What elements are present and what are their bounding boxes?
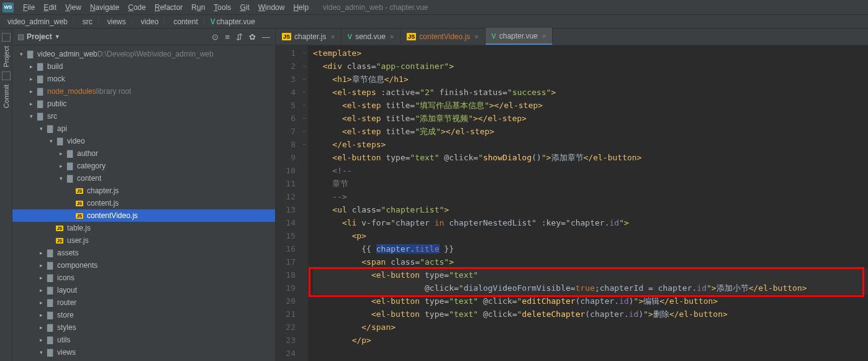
- code-line[interactable]: </el-steps>: [313, 138, 868, 151]
- code-line[interactable]: <el-steps :active="2" finish-status="suc…: [313, 86, 868, 99]
- hide-icon[interactable]: —: [262, 32, 270, 42]
- chevron-right-icon[interactable]: ▸: [37, 275, 45, 281]
- tree-row[interactable]: ▸▇assets: [12, 247, 275, 259]
- breadcrumb-item[interactable]: content: [171, 17, 200, 26]
- tree-row[interactable]: ▸▇layout: [12, 284, 275, 296]
- tree-row[interactable]: ▾▇content: [12, 172, 275, 185]
- chevron-down-icon[interactable]: ▾: [27, 113, 35, 119]
- code-line[interactable]: <p>: [313, 229, 868, 242]
- sidebar-title-dropdown[interactable]: ▤ Project ▼: [17, 32, 60, 41]
- tree-row[interactable]: ▸▇router: [12, 296, 275, 309]
- close-icon[interactable]: ×: [542, 32, 546, 40]
- chevron-right-icon[interactable]: ▸: [27, 88, 35, 94]
- tree-row[interactable]: ▾▇views: [12, 346, 275, 359]
- menu-run[interactable]: Run: [187, 2, 209, 13]
- tree-row[interactable]: ▸▇author: [12, 147, 275, 160]
- code-line[interactable]: <div class="app-container">: [313, 60, 868, 73]
- tree-row[interactable]: ▸▇build: [12, 60, 275, 73]
- rail-project[interactable]: Project: [2, 43, 10, 70]
- chevron-right-icon[interactable]: ▸: [27, 76, 35, 82]
- tree-row[interactable]: ▸▇styles: [12, 321, 275, 334]
- tree-row[interactable]: ▸▇category: [12, 160, 275, 172]
- chevron-right-icon[interactable]: ▸: [27, 101, 35, 107]
- rail-icon[interactable]: [2, 71, 11, 80]
- menu-file[interactable]: File: [19, 2, 39, 13]
- menu-view[interactable]: View: [61, 2, 86, 13]
- chevron-right-icon[interactable]: ▸: [37, 250, 45, 256]
- code-line[interactable]: <el-button type="text" @click="editChapt…: [313, 295, 868, 308]
- code-editor[interactable]: 123456789101112131415161718192021222324 …: [276, 45, 868, 361]
- chevron-right-icon[interactable]: ▸: [37, 299, 45, 306]
- code-line[interactable]: <h1>章节信息</h1>: [313, 73, 868, 86]
- chevron-right-icon[interactable]: ▸: [57, 163, 65, 169]
- locate-icon[interactable]: ⊙: [212, 32, 219, 42]
- breadcrumb-file[interactable]: chapter.vue: [217, 17, 255, 26]
- chevron-down-icon[interactable]: ▾: [37, 126, 45, 132]
- menu-code[interactable]: Code: [124, 2, 150, 13]
- chevron-down-icon[interactable]: ▾: [17, 51, 25, 57]
- code-line[interactable]: <el-step title="完成"></el-step>: [313, 125, 868, 138]
- chevron-down-icon[interactable]: ▾: [57, 175, 65, 181]
- code-line[interactable]: 章节: [313, 177, 868, 190]
- chevron-right-icon[interactable]: ▸: [37, 262, 45, 268]
- editor-tab[interactable]: JSchapter.js×: [276, 29, 341, 45]
- project-tree[interactable]: ▾▇video_admin_web D:\Develop\Web\video_a…: [12, 45, 275, 361]
- tree-row[interactable]: JStable.js: [12, 222, 275, 234]
- code-line[interactable]: [313, 347, 868, 360]
- chevron-right-icon[interactable]: ▸: [37, 287, 45, 293]
- tree-row[interactable]: ▾▇api: [12, 122, 275, 135]
- tree-row[interactable]: ▸▇store: [12, 309, 275, 321]
- editor-tab[interactable]: Vchapter.vue×: [486, 28, 553, 45]
- tree-row[interactable]: JSchapter.js: [12, 185, 275, 197]
- code-line[interactable]: <el-step title="填写作品基本信息"></el-step>: [313, 99, 868, 112]
- code-line[interactable]: <ul class="chapterList">: [313, 203, 868, 216]
- code-line[interactable]: </p>: [313, 334, 868, 347]
- chevron-down-icon[interactable]: ▾: [37, 349, 45, 355]
- collapse-icon[interactable]: ⇵: [236, 32, 243, 42]
- editor-tab[interactable]: Vsend.vue×: [341, 29, 400, 45]
- tree-row[interactable]: ▸▇public: [12, 98, 275, 110]
- tree-row[interactable]: ▸▇mock: [12, 73, 275, 85]
- code-line[interactable]: -->: [313, 190, 868, 203]
- breadcrumb-item[interactable]: src: [80, 17, 95, 26]
- chevron-right-icon[interactable]: ▸: [37, 337, 45, 343]
- code-line[interactable]: <template>: [313, 47, 868, 60]
- code-line[interactable]: @click="dialogVideoFormVisible=true;chap…: [313, 281, 868, 295]
- tree-row[interactable]: JScontentVideo.js: [12, 209, 275, 222]
- code-line[interactable]: <el-button type="text" @click="showDialo…: [313, 151, 868, 164]
- breadcrumb-item[interactable]: video_admin_web: [5, 17, 70, 26]
- breadcrumb-item[interactable]: video: [138, 17, 161, 26]
- rail-icon[interactable]: [2, 33, 11, 42]
- tree-row[interactable]: ▾▇video_admin_web D:\Develop\Web\video_a…: [12, 48, 275, 60]
- gear-icon[interactable]: ✿: [249, 32, 256, 42]
- code-line[interactable]: <el-button type="text" @click="deleteCha…: [313, 308, 868, 321]
- close-icon[interactable]: ×: [474, 33, 478, 40]
- chevron-right-icon[interactable]: ▸: [37, 324, 45, 331]
- tree-row[interactable]: ▸▇node_modules library root: [12, 85, 275, 98]
- fold-gutter[interactable]: −−−−−−−−: [301, 45, 308, 361]
- tree-row[interactable]: ▾▇src: [12, 110, 275, 122]
- expand-icon[interactable]: ≡: [225, 32, 230, 42]
- menu-refactor[interactable]: Refactor: [150, 2, 187, 13]
- code-line[interactable]: {{ chapter.title }}: [313, 242, 868, 255]
- chevron-right-icon[interactable]: ▸: [37, 312, 45, 318]
- code-line[interactable]: <el-step title="添加章节视频"></el-step>: [313, 112, 868, 125]
- menu-git[interactable]: Git: [235, 2, 253, 13]
- code-line[interactable]: <li v-for="chapter in chapterNestedList"…: [313, 216, 868, 229]
- menu-window[interactable]: Window: [254, 2, 289, 13]
- tree-row[interactable]: ▸▇utils: [12, 334, 275, 346]
- code-line[interactable]: </span>: [313, 321, 868, 334]
- code-content[interactable]: <template> <div class="app-container"> <…: [308, 45, 868, 361]
- tree-row[interactable]: ▸▇components: [12, 259, 275, 272]
- code-line[interactable]: <span class="acts">: [313, 255, 868, 268]
- close-icon[interactable]: ×: [330, 33, 334, 40]
- menu-help[interactable]: Help: [289, 2, 313, 13]
- chevron-right-icon[interactable]: ▸: [57, 150, 65, 157]
- tree-row[interactable]: JSuser.js: [12, 234, 275, 247]
- menu-navigate[interactable]: Navigate: [86, 2, 124, 13]
- close-icon[interactable]: ×: [390, 33, 394, 40]
- menu-edit[interactable]: Edit: [39, 2, 61, 13]
- rail-commit[interactable]: Commit: [2, 82, 10, 111]
- tree-row[interactable]: JScontent.js: [12, 197, 275, 209]
- code-line[interactable]: <el-button type="text": [313, 268, 868, 281]
